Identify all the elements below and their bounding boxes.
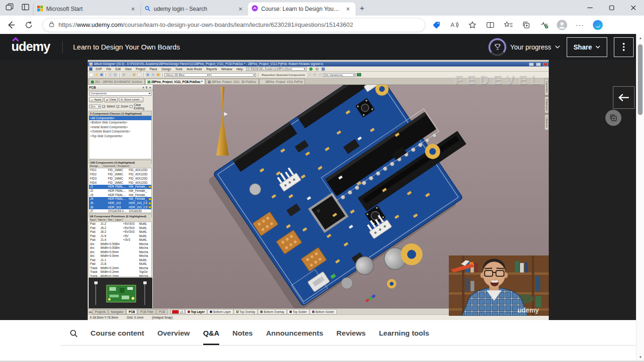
panel-mode-combo[interactable]: Components [89, 91, 151, 96]
tab-actions-icon[interactable] [21, 2, 30, 14]
primitive-row[interactable]: PadJ1-8MultiL [89, 262, 151, 266]
video-player[interactable]: A Altium Designer (16.0) - D:\FEDEVEL Ac… [0, 60, 644, 320]
filter-combo[interactable] [211, 73, 256, 77]
primitive-row[interactable]: PadJ5-2+5V/3V3MultiL [89, 226, 151, 230]
course-nav-tab[interactable]: Overview [151, 320, 197, 345]
primitive-row[interactable]: ArcWidth=0.508mMecha [89, 246, 151, 250]
favorite-star-icon[interactable] [466, 18, 479, 32]
workspace-panel-tab[interactable]: Navigator [108, 309, 126, 314]
workspace-panel-tab[interactable]: PCB [157, 309, 167, 314]
column-header[interactable]: Layer [114, 218, 123, 222]
component-class-item[interactable]: <Outside Board Components> [89, 129, 151, 134]
favorites-bar-icon[interactable] [502, 18, 515, 32]
course-nav-tab[interactable]: Q&A [197, 320, 226, 345]
your-progress-menu[interactable]: Your progress [488, 38, 560, 56]
share-button[interactable]: Share [567, 37, 607, 57]
tab-close-icon[interactable]: ✕ [344, 5, 352, 13]
component-row[interactable]: J2HDR FMALE 1Hdr_Female_ [89, 189, 151, 193]
expand-course-content-button[interactable] [613, 86, 635, 109]
primitive-row[interactable]: PadJ6-2+5V/3V3MultiL [89, 230, 151, 234]
column-header[interactable]: Name [97, 218, 107, 222]
component-row[interactable]: J4HDR FMALE 1Hdr_Female_ [89, 197, 151, 201]
copilot-icon[interactable] [591, 18, 604, 32]
refresh-icon[interactable] [22, 18, 36, 32]
course-nav-tab[interactable]: Announcements [259, 320, 330, 345]
right-panel-tab[interactable]: Favorites [545, 79, 549, 95]
menu-item[interactable]: View [124, 67, 132, 71]
component-class-item[interactable]: <Bottom Side Components> [89, 120, 151, 125]
primitive-row[interactable]: ArcWidth=0.508mMecha [89, 242, 151, 247]
primitive-row[interactable]: TrackWidth=0.2mmTopOv [89, 270, 151, 274]
collections-icon[interactable] [520, 18, 533, 32]
primitive-row[interactable]: TrackWidth=0.2mmMecha [89, 274, 151, 277]
browser-tab-course[interactable]: Course: Learn to Design Your Ow ✕ [248, 2, 355, 16]
screenshot-capture-button[interactable] [605, 110, 621, 126]
column-header[interactable]: Design... [89, 164, 102, 168]
component-row[interactable]: J5HDR_2x3HDR_2x3_2.5 [89, 201, 151, 206]
course-title[interactable]: Learn to Design Your Own Boards [73, 43, 180, 51]
primitive-row[interactable]: ArcWidth=0.5mmMecha [89, 250, 151, 255]
new-tab-button[interactable]: + [355, 2, 369, 16]
course-options-kebab-button[interactable] [614, 37, 634, 57]
read-aloud-icon[interactable]: A [448, 18, 461, 32]
scroll-up-icon[interactable]: ▲ [636, 36, 644, 40]
maximize-button[interactable] [601, 0, 622, 16]
menu-item[interactable]: Window [221, 67, 232, 71]
address-bar[interactable]: https://www.udemy.com/course/learn-to-de… [42, 18, 425, 32]
component-row[interactable]: FID2FID_1MMCFID_40X120D [89, 173, 151, 177]
recent-path-combo[interactable]: D:\FEDEVEL Academy\28Pins\Desi [246, 67, 306, 71]
primitive-row[interactable]: PadJ1-1MultiL [89, 258, 151, 263]
workspace-panel-tab[interactable]: PCB Filter [138, 309, 156, 314]
panel-close-icon[interactable]: ✕ [149, 86, 151, 89]
shopping-tag-icon[interactable] [430, 18, 443, 32]
menu-item[interactable]: Help [236, 67, 243, 71]
course-nav-tab[interactable]: Course content [84, 320, 151, 345]
browser-tab-microsoft-start[interactable]: Microsoft Start ✕ [33, 2, 140, 16]
layer-tab[interactable]: Top Solder [287, 309, 309, 314]
zoom-level-button[interactable]: Zoom Level... [119, 97, 143, 102]
component-class-item[interactable]: <Inside Board Components> [89, 125, 151, 130]
menu-item[interactable]: Edit [115, 67, 121, 71]
menu-item[interactable]: Auto Route [186, 67, 203, 71]
clear-button[interactable]: ✗Clear [104, 97, 118, 102]
menu-item[interactable]: File [106, 67, 111, 71]
site-permissions-lock-icon[interactable] [49, 21, 55, 29]
layer-tab[interactable]: Bottom Layer [207, 309, 233, 314]
select-checkbox[interactable]: ✓ [102, 105, 105, 108]
column-header[interactable]: Type [89, 218, 97, 222]
menu-item[interactable]: Place [149, 67, 157, 71]
component-row[interactable]: J1HDR FMALE 1Hdr_Female_ [89, 185, 151, 189]
layer-tab[interactable]: Top Layer [185, 309, 207, 314]
column-header[interactable]: Net [107, 218, 114, 222]
udemy-logo[interactable]: udemy [11, 40, 50, 54]
browser-tab-udemy-login-search[interactable]: udemy login - Search ✕ [140, 2, 248, 16]
component-row[interactable]: J3HDR FMALE 1Hdr_Female_ [89, 193, 151, 197]
menu-item[interactable]: Reports [206, 67, 218, 71]
right-panel-tab[interactable]: Clipboard [545, 97, 549, 114]
minimize-button[interactable] [579, 0, 601, 16]
primitive-row[interactable]: TrackWidth=0.2mmMecha [89, 266, 151, 271]
tab-close-icon[interactable]: ✕ [129, 5, 137, 13]
document-tab[interactable]: 28Pins_Project_V111_3D.PcbDoc [206, 79, 259, 84]
menu-item[interactable]: Project [135, 67, 146, 71]
component-row[interactable]: FID4FID_1MMCFID_40X120D [89, 181, 151, 185]
layer-tab[interactable]: Top Overlay [234, 309, 258, 314]
menu-item[interactable]: Tools [175, 67, 183, 71]
column-header[interactable]: Comment [102, 164, 117, 168]
board-preview-thumbnail[interactable] [89, 278, 152, 308]
primitive-row[interactable]: ArcWidth=0.5mmMecha [89, 254, 151, 258]
column-header[interactable]: Footprint [117, 164, 131, 168]
split-screen-icon[interactable] [484, 18, 497, 32]
panel-menu-icon[interactable]: ▾ [143, 86, 144, 89]
layer-tab[interactable]: Bottom Solder [310, 309, 337, 314]
document-tab[interactable]: 28Pins_Project_V111.PrjPcb [259, 79, 305, 84]
page-scrollbar[interactable]: ▲ ▼ [636, 34, 644, 362]
scroll-left-icon[interactable]: ◂ [89, 310, 90, 313]
scroll-down-icon[interactable]: ▼ [636, 355, 644, 359]
menu-item[interactable]: DXP [95, 67, 102, 71]
view-style-combo[interactable]: Altium 3D Blue [165, 73, 210, 77]
workspace-panel-tab[interactable]: Projects [92, 309, 108, 314]
component-row[interactable]: FID3FID_1MMCFID_40X120D [89, 177, 151, 181]
back-icon[interactable] [4, 18, 18, 32]
panel-pin-icon[interactable]: ⊽ [146, 86, 148, 89]
